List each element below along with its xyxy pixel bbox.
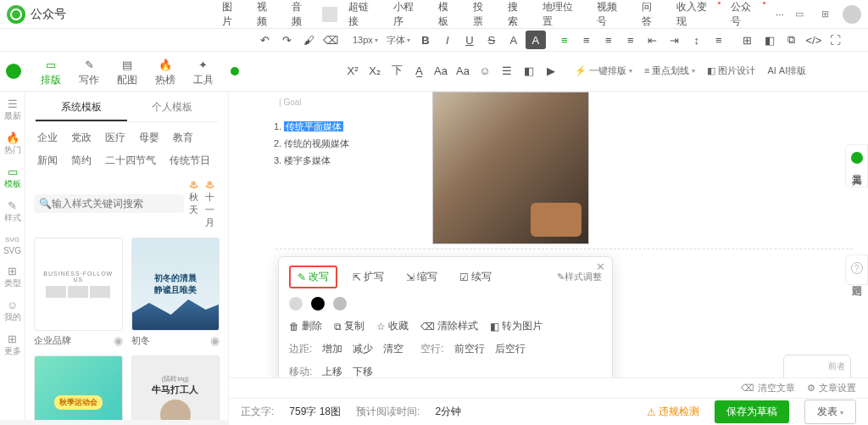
- template-card[interactable]: 秋季运动会 秋季运动会◉: [34, 355, 123, 420]
- layout-icon[interactable]: ⧉: [782, 31, 802, 49]
- margin-dec[interactable]: 减少: [353, 342, 373, 356]
- subscript-icon[interactable]: X₂: [364, 61, 385, 80]
- format-paint-icon[interactable]: 🖌: [298, 31, 319, 49]
- doc-image[interactable]: [432, 92, 589, 244]
- template-card[interactable]: BUSINESS·FOLLOW US 企业品牌◉: [34, 238, 123, 347]
- rail-styles[interactable]: ✎样式: [4, 199, 21, 224]
- list-icon[interactable]: ☰: [497, 61, 517, 80]
- case-icon[interactable]: Aa: [431, 61, 451, 80]
- color-swatch[interactable]: [289, 297, 303, 310]
- bold-button[interactable]: B: [415, 31, 436, 49]
- quick-november[interactable]: ♨十一月: [205, 178, 220, 229]
- menu-monetize[interactable]: 收入变现: [669, 0, 723, 29]
- user-avatar[interactable]: [843, 5, 861, 24]
- align-right-icon[interactable]: ≡: [598, 31, 619, 49]
- case-icon-2[interactable]: Aa: [453, 61, 473, 80]
- image-icon[interactable]: ◧: [760, 31, 780, 49]
- subtab-personal[interactable]: 个人模板: [127, 95, 219, 121]
- chip-festival[interactable]: 传统节日: [170, 154, 210, 168]
- maintab-images[interactable]: ▤配图: [108, 55, 147, 91]
- action-fav[interactable]: ☆收藏: [376, 319, 409, 333]
- chip-medical[interactable]: 医疗: [105, 131, 125, 145]
- color-swatch[interactable]: [333, 297, 347, 310]
- underline-button[interactable]: U: [459, 31, 480, 49]
- margin-inc[interactable]: 增加: [322, 342, 342, 356]
- redo-icon[interactable]: ↷: [276, 31, 297, 49]
- chip-parenting[interactable]: 母婴: [139, 131, 159, 145]
- ai-layout-button[interactable]: AIAI排版: [762, 64, 811, 77]
- blank-after[interactable]: 后空行: [495, 342, 526, 356]
- menu-vote[interactable]: 投票: [465, 0, 500, 29]
- publish-button[interactable]: 发表 ▾: [804, 400, 856, 424]
- violation-check-button[interactable]: ⚠违规检测: [647, 405, 699, 419]
- action-copy[interactable]: ⧉复制: [334, 319, 364, 333]
- menu-miniprogram[interactable]: 小程序: [386, 0, 431, 29]
- table-icon[interactable]: ⊞: [737, 31, 758, 49]
- panel-tab-continue[interactable]: ☑续写: [453, 267, 498, 287]
- indent-inc-icon[interactable]: ⇥: [665, 31, 685, 49]
- action-clearstyle[interactable]: ⌫清除样式: [420, 319, 478, 333]
- search-input[interactable]: [52, 198, 179, 210]
- code-icon[interactable]: </>: [804, 31, 824, 49]
- chip-solar-terms[interactable]: 二十四节气: [105, 154, 156, 168]
- emoji-icon[interactable]: ☺: [475, 61, 495, 80]
- italic-button[interactable]: I: [437, 31, 458, 49]
- rail-svg[interactable]: SVGSVG: [3, 232, 21, 255]
- close-icon[interactable]: ✕: [596, 260, 605, 273]
- text-underline-color-icon[interactable]: A̲: [409, 61, 429, 80]
- action-delete[interactable]: 🗑删除: [289, 319, 322, 333]
- rail-more[interactable]: ⊞更多: [4, 332, 21, 357]
- menu-search[interactable]: 搜索: [500, 0, 535, 29]
- fullscreen-icon[interactable]: ⛶: [826, 31, 846, 49]
- maintab-write[interactable]: ✎写作: [70, 55, 108, 91]
- font-family-select[interactable]: 字体▾: [383, 34, 414, 47]
- rail-mine[interactable]: ☺我的: [4, 298, 21, 323]
- search-input-wrap[interactable]: 🔍: [34, 194, 184, 213]
- letter-spacing-icon[interactable]: 下: [387, 61, 407, 80]
- maintab-tools[interactable]: ✦工具: [184, 55, 222, 91]
- preview-icon[interactable]: ◉: [114, 334, 123, 347]
- panel-tab-shorten[interactable]: ⇲缩写: [399, 267, 444, 287]
- menu-video[interactable]: 视频: [249, 0, 284, 29]
- maintab-layout[interactable]: ▭排版: [32, 55, 70, 91]
- panel-tab-rewrite[interactable]: ✎改写: [289, 266, 337, 288]
- list-ordered-icon[interactable]: ≡: [709, 31, 729, 49]
- onekey-layout-button[interactable]: ⚡一键排版▾: [570, 64, 637, 77]
- subtab-system[interactable]: 系统模板: [36, 95, 127, 121]
- chip-simple[interactable]: 简约: [71, 154, 92, 168]
- menu-more[interactable]: ···: [768, 8, 792, 20]
- indent-dec-icon[interactable]: ⇤: [643, 31, 663, 49]
- pic-icon[interactable]: ◧: [519, 61, 539, 80]
- clear-article-button[interactable]: ⌫清空文章: [741, 382, 795, 394]
- phone-preview-icon[interactable]: ▭: [792, 7, 807, 22]
- bg-color-button[interactable]: A: [526, 31, 546, 49]
- superscript-icon[interactable]: X²: [342, 61, 363, 80]
- template-card[interactable]: (搞砖ing) 牛马打工人 牛马打工人◉: [131, 355, 220, 420]
- action-toimage[interactable]: ◧转为图片: [490, 319, 542, 333]
- rail-latest[interactable]: ☰最新: [4, 97, 21, 122]
- maintab-hot[interactable]: 🔥热榜: [146, 55, 184, 91]
- margin-clear[interactable]: 清空: [383, 342, 403, 356]
- strike-button[interactable]: S: [481, 31, 502, 49]
- align-justify-icon[interactable]: ≡: [620, 31, 641, 49]
- panel-tab-expand[interactable]: ⇱扩写: [346, 267, 391, 287]
- menu-template[interactable]: 模板: [431, 0, 465, 29]
- article-settings-button[interactable]: ⚙文章设置: [807, 382, 856, 394]
- align-left-icon[interactable]: ≡: [554, 31, 575, 49]
- doc-text-block[interactable]: | Goal 1. 传统平面媒体 2. 传统的视频媒体 3. 楼宇多媒体: [267, 92, 432, 244]
- save-draft-button[interactable]: 保存为草稿: [715, 400, 789, 423]
- image-design-button[interactable]: ◧图片设计: [702, 64, 760, 77]
- menu-channels[interactable]: 视频号: [589, 0, 634, 29]
- line-height-icon[interactable]: ↕: [687, 31, 707, 49]
- chip-news[interactable]: 新闻: [37, 154, 58, 168]
- rail-templates[interactable]: ▭模板: [4, 165, 21, 190]
- chip-enterprise[interactable]: 企业: [37, 131, 58, 145]
- font-size-select[interactable]: 13px▾: [349, 35, 381, 45]
- chip-party[interactable]: 党政: [71, 131, 92, 145]
- font-color-button[interactable]: A: [504, 31, 524, 49]
- menu-hyperlink[interactable]: 超链接: [341, 0, 386, 29]
- template-card[interactable]: 初冬的清晨 静谧且唯美 初冬◉: [131, 238, 220, 347]
- rail-hot[interactable]: 🔥热门: [4, 131, 21, 156]
- blank-before[interactable]: 前空行: [454, 342, 485, 356]
- key-underline-button[interactable]: ≡重点划线▾: [639, 64, 700, 77]
